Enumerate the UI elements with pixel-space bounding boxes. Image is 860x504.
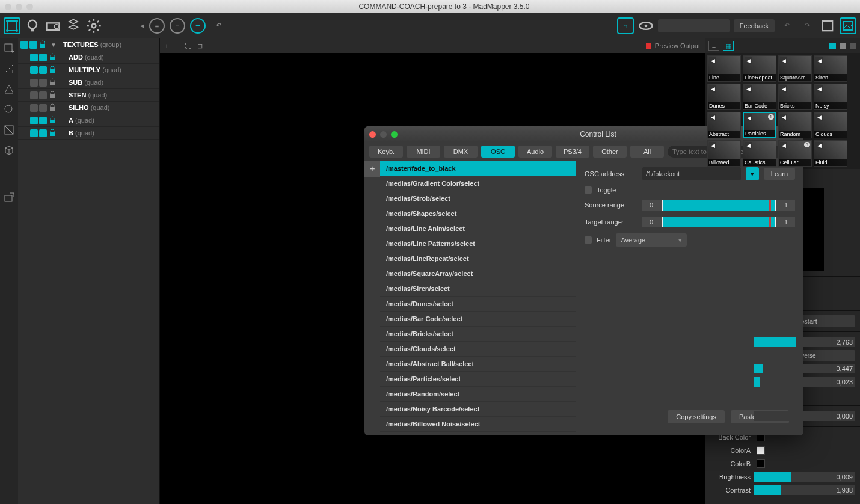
control-list-item[interactable]: /medias/Abstract Ball/select — [380, 357, 576, 372]
dialog-tab[interactable]: Other — [593, 146, 627, 158]
control-list-item[interactable]: /master/fade_to_black — [380, 161, 576, 176]
import-icon[interactable] — [3, 191, 15, 203]
list-view-tab[interactable]: ≡ — [708, 41, 719, 51]
lock-box-icon[interactable] — [819, 17, 836, 34]
target-range-slider[interactable]: 0 1 — [642, 217, 795, 227]
media-thumbnail[interactable]: ◀Dunes — [707, 84, 741, 110]
tree-header[interactable]: ▼ TEXTURES (group) — [18, 38, 159, 51]
solo-checkbox[interactable] — [39, 79, 47, 87]
add-quad-icon[interactable]: + — [3, 42, 15, 54]
media-thumbnail[interactable]: ◀5Cellular — [778, 140, 812, 167]
media-thumbnail[interactable]: ◀Clouds — [814, 112, 847, 138]
control-list-item[interactable]: /medias/Line Patterns/select — [380, 236, 576, 251]
dialog-minimize-button[interactable] — [380, 131, 387, 138]
control-list-item[interactable]: /medias/LineRepeat/select — [380, 251, 576, 266]
add-3d-icon[interactable] — [3, 144, 15, 156]
source-range-slider[interactable]: 0 1 — [642, 200, 795, 211]
visibility-checkbox[interactable] — [30, 117, 38, 124]
visibility-checkbox[interactable] — [20, 41, 28, 49]
visibility-checkbox[interactable] — [30, 66, 38, 74]
add-line-icon[interactable]: + — [3, 63, 15, 75]
fit-icon[interactable]: ⊡ — [197, 42, 203, 50]
visibility-checkbox[interactable] — [30, 54, 38, 61]
media-thumbnail[interactable]: ◀Fluid — [814, 140, 847, 167]
lock-icon[interactable] — [38, 40, 47, 49]
redo-history-icon[interactable]: ↷ — [799, 17, 815, 34]
control-list-item[interactable]: /medias/Particles/select — [380, 372, 576, 387]
media-thumbnail[interactable]: ◀Bar Code — [743, 84, 776, 110]
control-list-item[interactable]: /medias/Bar Code/select — [380, 312, 576, 327]
contrast-slider[interactable] — [754, 485, 831, 495]
color-filter-dark[interactable] — [850, 43, 856, 49]
dialog-tab[interactable]: MIDI — [407, 146, 440, 158]
lock-icon[interactable] — [48, 78, 57, 87]
filter-checkbox[interactable] — [585, 236, 592, 244]
expand-icon[interactable]: ⛶ — [185, 42, 191, 49]
lock-icon[interactable] — [48, 116, 57, 124]
learn-button[interactable]: Learn — [764, 168, 795, 180]
solo-checkbox[interactable] — [39, 104, 47, 112]
media-thumbnail[interactable]: ◀SquareArr — [778, 55, 812, 82]
minimize-window-button[interactable] — [16, 4, 22, 10]
solo-checkbox[interactable] — [39, 129, 47, 137]
visibility-checkbox[interactable] — [30, 129, 38, 137]
copy-settings-button[interactable]: Copy settings — [668, 410, 725, 423]
color-filter-gray[interactable] — [840, 43, 846, 49]
media-thumbnail[interactable]: ◀Noisy — [814, 84, 847, 110]
blend-minus-button[interactable]: − — [170, 18, 185, 34]
close-window-button[interactable] — [5, 4, 11, 10]
visibility-checkbox[interactable] — [30, 91, 38, 99]
media-thumbnail[interactable]: ◀Caustics — [743, 140, 776, 167]
glow-slider[interactable] — [754, 377, 831, 387]
control-list-item[interactable]: /medias/Billowed Noise/select — [380, 417, 576, 432]
solo-checkbox[interactable] — [39, 66, 47, 74]
add-mask-icon[interactable] — [3, 124, 15, 136]
color-filter-cyan[interactable] — [829, 43, 836, 49]
tree-item[interactable]: STEN (quad) — [18, 89, 159, 102]
control-list-item[interactable]: /medias/Noisy Barcode/select — [380, 402, 576, 417]
blend-equal-button[interactable]: = — [149, 18, 165, 34]
add-circle-icon[interactable] — [3, 103, 15, 115]
lock-icon[interactable] — [48, 103, 57, 112]
image-frame-icon[interactable] — [840, 17, 856, 34]
undo-history-icon[interactable]: ↶ — [778, 17, 795, 34]
lock-icon[interactable] — [48, 53, 57, 61]
tree-item[interactable]: MULTIPLY (quad) — [18, 64, 159, 76]
media-thumbnail[interactable]: ◀Billowed — [707, 140, 741, 167]
visibility-checkbox[interactable] — [30, 104, 38, 112]
glow-value[interactable]: 0,023 — [831, 377, 855, 387]
contrast-value[interactable]: 1,938 — [831, 485, 855, 495]
control-list-item[interactable]: /medias/Line Anim/select — [380, 221, 576, 236]
lightbulb-icon[interactable] — [24, 17, 41, 34]
add-control-button[interactable]: + — [364, 161, 380, 177]
colorb-swatch[interactable] — [757, 459, 765, 468]
control-list[interactable]: /master/fade_to_black/medias/Gradient Co… — [380, 161, 576, 432]
feedback-button[interactable]: Feedback — [734, 19, 775, 32]
dialog-close-button[interactable] — [369, 131, 376, 138]
tree-item[interactable]: ADD (quad) — [18, 51, 159, 64]
dialog-tab[interactable]: Audio — [518, 146, 552, 158]
dialog-tab[interactable]: OSC — [481, 146, 515, 158]
lock-icon[interactable] — [48, 91, 57, 99]
visibility-checkbox[interactable] — [30, 79, 38, 87]
control-list-item[interactable]: /medias/Clouds/select — [380, 342, 576, 357]
modules-icon[interactable] — [65, 17, 82, 34]
canvas-panel[interactable]: + − ⛶ ⊡ Preview Output Control List Keyb… — [160, 38, 705, 504]
osc-address-dropdown[interactable]: ▾ — [746, 167, 759, 180]
osc-address-input[interactable]: /1/fblackout — [642, 167, 741, 180]
media-thumbnail[interactable]: ◀Random — [778, 112, 812, 138]
control-list-item[interactable]: /medias/Bricks/select — [380, 327, 576, 342]
projector-icon[interactable] — [45, 17, 61, 34]
solo-checkbox[interactable] — [39, 54, 47, 61]
speed-value[interactable]: 2,763 — [831, 337, 855, 347]
zoom-window-button[interactable] — [26, 4, 33, 10]
solo-checkbox[interactable] — [39, 91, 47, 99]
bassglow-value[interactable]: 0,000 — [831, 411, 855, 421]
grid-view-tab[interactable]: ▦ — [723, 41, 734, 51]
add-triangle-icon[interactable] — [3, 83, 15, 95]
add-icon[interactable]: + — [165, 42, 168, 49]
remove-icon[interactable]: − — [174, 42, 178, 49]
media-thumbnail[interactable]: ◀LineRepeat — [743, 55, 776, 82]
solo-checkbox[interactable] — [39, 117, 47, 124]
chevron-left-icon[interactable]: ◀ — [140, 23, 144, 29]
